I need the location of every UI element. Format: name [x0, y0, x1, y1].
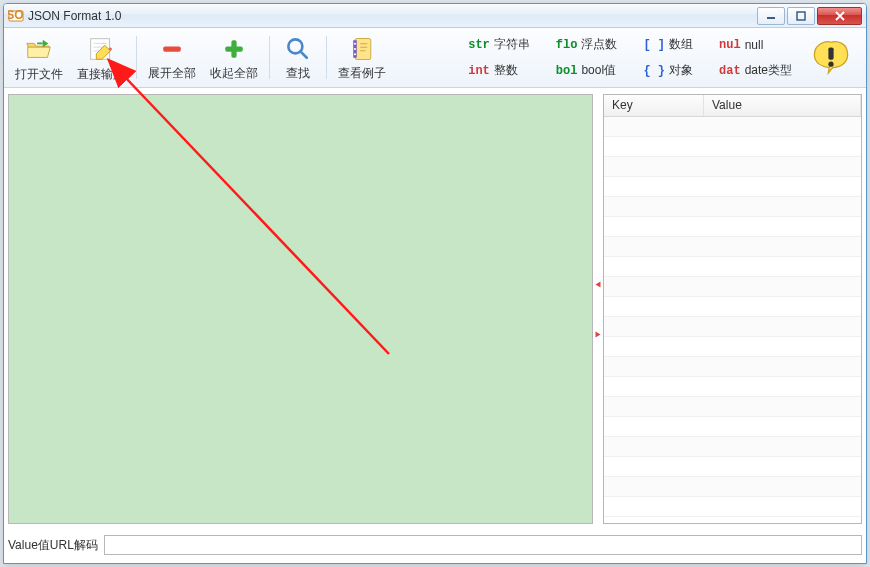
- legend-arr: [ ]数组: [643, 34, 693, 56]
- main-area: Key Value Value值URL解码: [4, 90, 866, 563]
- titlebar[interactable]: JSON JSON Format 1.0: [4, 4, 866, 28]
- table-row[interactable]: [604, 197, 861, 217]
- svg-point-13: [354, 53, 356, 55]
- table-row[interactable]: [604, 257, 861, 277]
- table-row[interactable]: [604, 137, 861, 157]
- notebook-icon: [347, 34, 377, 63]
- splitter-handle[interactable]: [595, 294, 601, 324]
- legend-flo-tag: flo: [556, 38, 578, 52]
- svg-text:JSON: JSON: [8, 8, 24, 22]
- legend-int: int整数: [468, 60, 530, 82]
- legend-nul-label: null: [745, 38, 764, 52]
- open-file-button[interactable]: 打开文件: [8, 30, 70, 85]
- toolbar-group-file: 打开文件 直接输入: [8, 30, 132, 85]
- table-row[interactable]: [604, 157, 861, 177]
- table-row[interactable]: [604, 337, 861, 357]
- edit-icon: [86, 34, 116, 64]
- table-row[interactable]: [604, 117, 861, 137]
- view-example-label: 查看例子: [338, 65, 386, 82]
- legend-flo: flo浮点数: [556, 34, 618, 56]
- toolbar-separator-1: [136, 36, 137, 79]
- minimize-button[interactable]: [757, 7, 785, 25]
- legend-arr-tag: [ ]: [643, 38, 665, 52]
- maximize-icon: [796, 11, 806, 21]
- toolbar-group-find: 查找: [274, 30, 322, 85]
- url-decode-input[interactable]: [104, 535, 862, 555]
- expand-all-button[interactable]: 展开全部: [141, 30, 203, 85]
- table-row[interactable]: [604, 177, 861, 197]
- legend-dat: datdate类型: [719, 60, 792, 82]
- warning-icon[interactable]: [810, 37, 852, 79]
- svg-point-15: [828, 61, 833, 66]
- key-value-grid: Key Value: [603, 94, 862, 524]
- app-icon: JSON: [8, 8, 24, 24]
- table-row[interactable]: [604, 437, 861, 457]
- legend-nul-tag: nul: [719, 38, 741, 52]
- table-row[interactable]: [604, 497, 861, 517]
- table-row[interactable]: [604, 217, 861, 237]
- grid-header-value[interactable]: Value: [704, 95, 861, 116]
- legend-dat-label: date类型: [745, 62, 792, 79]
- legend-obj: { }对象: [643, 60, 693, 82]
- table-row[interactable]: [604, 457, 861, 477]
- direct-input-button[interactable]: 直接输入: [70, 30, 132, 85]
- direct-input-label: 直接输入: [77, 66, 125, 83]
- table-row[interactable]: [604, 317, 861, 337]
- table-row[interactable]: [604, 477, 861, 497]
- legend-obj-tag: { }: [643, 64, 665, 78]
- chevron-right-icon: [596, 331, 601, 337]
- plus-icon: [219, 34, 249, 63]
- svg-rect-3: [797, 12, 805, 20]
- close-button[interactable]: [817, 7, 862, 25]
- svg-rect-7: [231, 40, 236, 58]
- svg-point-11: [354, 42, 356, 44]
- legend-bol-tag: bol: [556, 64, 578, 78]
- collapse-all-label: 收起全部: [210, 65, 258, 82]
- svg-rect-2: [767, 17, 775, 19]
- grid-header-key[interactable]: Key: [604, 95, 704, 116]
- window-title: JSON Format 1.0: [28, 9, 757, 23]
- bottom-bar: Value值URL解码: [8, 533, 862, 557]
- legend-int-tag: int: [468, 64, 490, 78]
- table-row[interactable]: [604, 357, 861, 377]
- toolbar-group-example: 查看例子: [331, 30, 393, 85]
- legend-dat-tag: dat: [719, 64, 741, 78]
- legend-str-label: 字符串: [494, 36, 530, 53]
- legend-nul: nulnull: [719, 34, 792, 56]
- minus-icon: [157, 34, 187, 63]
- chevron-left-icon: [596, 281, 601, 287]
- toolbar-separator-2: [269, 36, 270, 79]
- legend-arr-label: 数组: [669, 36, 693, 53]
- collapse-all-button[interactable]: 收起全部: [203, 30, 265, 85]
- window-buttons: [757, 7, 862, 25]
- close-icon: [834, 11, 846, 21]
- toolbar: 打开文件 直接输入 展开全部 收起全部: [4, 28, 866, 88]
- splitter[interactable]: [593, 94, 603, 524]
- legend-str: str字符串: [468, 34, 530, 56]
- grid-header: Key Value: [604, 95, 861, 117]
- svg-rect-5: [163, 46, 181, 51]
- view-example-button[interactable]: 查看例子: [331, 30, 393, 85]
- app-window: JSON JSON Format 1.0 打开文件: [3, 3, 867, 564]
- json-tree-pane[interactable]: [8, 94, 593, 524]
- table-row[interactable]: [604, 377, 861, 397]
- legend-grid: str字符串 flo浮点数 [ ]数组 nulnull int整数 bolboo…: [468, 34, 792, 82]
- legend-int-label: 整数: [494, 62, 518, 79]
- legend-bol: bolbool值: [556, 60, 618, 82]
- legend-bol-label: bool值: [581, 62, 616, 79]
- expand-all-label: 展开全部: [148, 65, 196, 82]
- table-row[interactable]: [604, 237, 861, 257]
- legend-flo-label: 浮点数: [581, 36, 617, 53]
- table-row[interactable]: [604, 277, 861, 297]
- table-row[interactable]: [604, 297, 861, 317]
- grid-body[interactable]: [604, 117, 861, 523]
- legend-str-tag: str: [468, 38, 490, 52]
- table-row[interactable]: [604, 417, 861, 437]
- find-label: 查找: [286, 65, 310, 82]
- toolbar-separator-3: [326, 36, 327, 79]
- toolbar-group-tree: 展开全部 收起全部: [141, 30, 265, 85]
- find-button[interactable]: 查找: [274, 30, 322, 85]
- table-row[interactable]: [604, 397, 861, 417]
- legend-obj-label: 对象: [669, 62, 693, 79]
- maximize-button[interactable]: [787, 7, 815, 25]
